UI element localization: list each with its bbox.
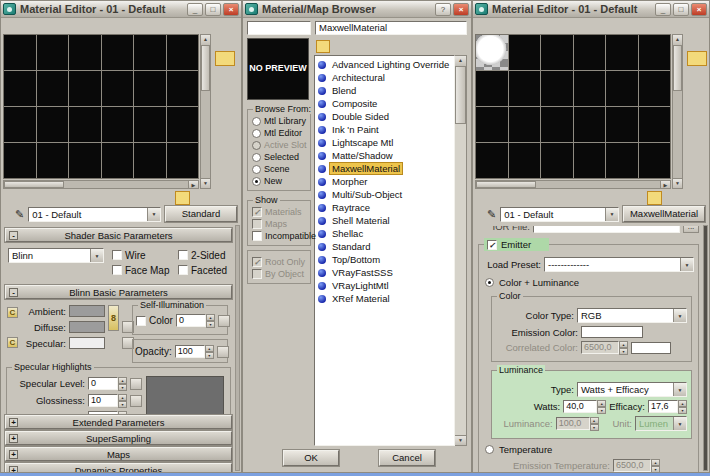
material-list-item[interactable]: Raytrace — [318, 201, 454, 214]
shader-checkbox[interactable]: ✓ Wire — [112, 248, 174, 262]
sample-uv-tiling-icon[interactable] — [687, 84, 707, 99]
checkbox-icon[interactable]: ✓ — [252, 219, 262, 229]
checkbox-icon[interactable]: ✓ — [252, 207, 262, 217]
select-by-material-icon[interactable] — [687, 150, 707, 165]
lock-specular-icon[interactable]: C — [7, 337, 18, 348]
sample-slot[interactable] — [606, 107, 638, 142]
sample-slot[interactable] — [541, 107, 573, 142]
view-list-plus-icons-icon[interactable] — [334, 40, 348, 53]
update-scene-materials-icon[interactable] — [406, 40, 420, 53]
checkbox-icon[interactable]: ✓ — [112, 250, 122, 260]
view-list-icon[interactable] — [316, 40, 330, 53]
sample-slot[interactable] — [509, 107, 541, 142]
radio-icon[interactable] — [252, 165, 261, 174]
radio-icon[interactable] — [485, 445, 494, 454]
toolbar-separator[interactable] — [388, 40, 402, 53]
ambient-diffuse-lock-icon[interactable]: 8 — [108, 305, 119, 331]
material-list-item[interactable]: XRef Material — [318, 292, 454, 305]
watts-spinner[interactable]: 40,0 ▴▾ — [563, 400, 606, 413]
radio-icon[interactable] — [252, 153, 261, 162]
sample-type-sphere-icon[interactable] — [215, 34, 235, 49]
luminance-type-dropdown[interactable]: Watts + Efficacy ▼ — [577, 382, 687, 397]
radio-icon[interactable] — [252, 117, 261, 126]
show-checkbox[interactable]: ✓ Incompatible — [252, 230, 308, 242]
material-list-item[interactable]: Architectural — [318, 71, 454, 84]
material-id-channel-icon[interactable] — [609, 191, 624, 205]
sample-slot[interactable] — [134, 35, 166, 70]
load-preset-dropdown[interactable]: ------------- ▼ — [544, 257, 694, 272]
sample-slot[interactable] — [541, 143, 573, 178]
get-material-icon[interactable] — [476, 191, 491, 205]
dropdown-arrow-icon[interactable]: ▼ — [680, 258, 693, 271]
browse-from-radio[interactable]: New — [252, 175, 308, 187]
map-button[interactable] — [130, 395, 142, 407]
sample-slot[interactable] — [509, 143, 541, 178]
sample-slot[interactable] — [639, 71, 671, 106]
sample-slot[interactable] — [606, 35, 638, 70]
material-id-channel-icon[interactable] — [137, 191, 152, 205]
efficacy-spinner[interactable]: 17,6 ▴▾ — [648, 400, 687, 413]
sample-uv-tiling-icon[interactable] — [215, 84, 235, 99]
sample-slot[interactable] — [102, 35, 134, 70]
backlight-icon[interactable] — [215, 51, 235, 66]
go-forward-sibling-icon[interactable] — [213, 191, 228, 205]
vscroll-down-arrow-icon[interactable]: ▼ — [673, 178, 682, 188]
rollout-shader-basic-parameters[interactable]: - Shader Basic Parameters — [5, 228, 232, 242]
help-button[interactable]: ? — [435, 3, 451, 16]
show-end-result-icon[interactable] — [647, 191, 662, 205]
put-material-to-scene-icon[interactable] — [495, 191, 510, 205]
make-material-copy-icon[interactable] — [552, 191, 567, 205]
reset-map-mtl-icon[interactable] — [533, 191, 548, 205]
material-list-item[interactable]: Advanced Lighting Override — [318, 58, 454, 71]
search-field[interactable] — [247, 21, 311, 35]
sample-slot[interactable] — [37, 35, 69, 70]
cancel-button[interactable]: Cancel — [379, 450, 435, 466]
material-list-item[interactable]: MaxwellMaterial — [318, 162, 454, 175]
vscroll-thumb[interactable] — [201, 45, 210, 91]
sample-slot[interactable] — [37, 107, 69, 142]
make-preview-icon[interactable] — [687, 117, 707, 132]
self-illum-color-checkbox[interactable]: ✓ — [136, 316, 146, 326]
sample-slot[interactable] — [37, 143, 69, 178]
hscroll-thumb[interactable] — [476, 181, 536, 188]
browse-from-radio[interactable]: Mtl Library — [252, 115, 308, 127]
assign-material-to-selection-icon[interactable] — [514, 191, 529, 205]
map-button[interactable] — [130, 378, 142, 390]
checkbox-icon[interactable]: ✓ — [487, 240, 497, 250]
material-list-item[interactable]: Standard — [318, 240, 454, 253]
material-list-item[interactable]: Matte/Shadow — [318, 149, 454, 162]
dropdown-arrow-icon[interactable]: ▼ — [605, 208, 618, 221]
show-checkbox[interactable]: ✓ Root Only — [252, 256, 308, 268]
sample-slot[interactable] — [4, 107, 36, 142]
material-name-dropdown[interactable]: 01 - Default ▼ — [28, 207, 161, 222]
sample-slot[interactable] — [639, 107, 671, 142]
video-color-check-icon[interactable] — [687, 100, 707, 115]
sample-slot[interactable] — [541, 71, 573, 106]
checkbox-icon[interactable]: ✓ — [252, 257, 262, 267]
material-type-button[interactable]: MaxwellMaterial — [623, 206, 705, 222]
rollout-blinn-basic-parameters[interactable]: - Blinn Basic Parameters — [5, 285, 232, 299]
sample-hscrollbar[interactable]: ▶ — [475, 180, 671, 189]
clear-material-library-icon[interactable] — [442, 40, 456, 53]
opacity-spinner[interactable]: 100 ▴▾ — [175, 345, 214, 358]
background-icon[interactable] — [215, 67, 235, 82]
go-to-parent-icon[interactable] — [666, 191, 681, 205]
go-to-parent-icon[interactable] — [194, 191, 209, 205]
expand-icon[interactable]: + — [9, 418, 18, 427]
list-down-arrow-icon[interactable]: ▼ — [455, 435, 466, 445]
view-large-icons-icon[interactable] — [370, 40, 384, 53]
shader-checkbox[interactable]: ✓ Face Map — [112, 263, 174, 277]
options-icon[interactable] — [687, 133, 707, 148]
show-map-in-viewport-icon[interactable] — [156, 191, 171, 205]
maximize-button[interactable]: □ — [205, 3, 221, 16]
browse-from-radio[interactable]: Active Slot — [252, 139, 308, 151]
ambient-color-swatch[interactable] — [69, 305, 105, 317]
close-button[interactable]: × — [453, 3, 469, 16]
radio-icon[interactable] — [252, 177, 261, 186]
color-luminance-radio[interactable]: Color + Luminance — [485, 277, 694, 288]
sample-slot[interactable] — [102, 143, 134, 178]
material-map-navigator-icon[interactable] — [687, 166, 707, 181]
selected-material-field[interactable]: MaxwellMaterial — [315, 21, 467, 35]
checkbox-icon[interactable]: ✓ — [252, 269, 262, 279]
sample-slot[interactable] — [102, 107, 134, 142]
